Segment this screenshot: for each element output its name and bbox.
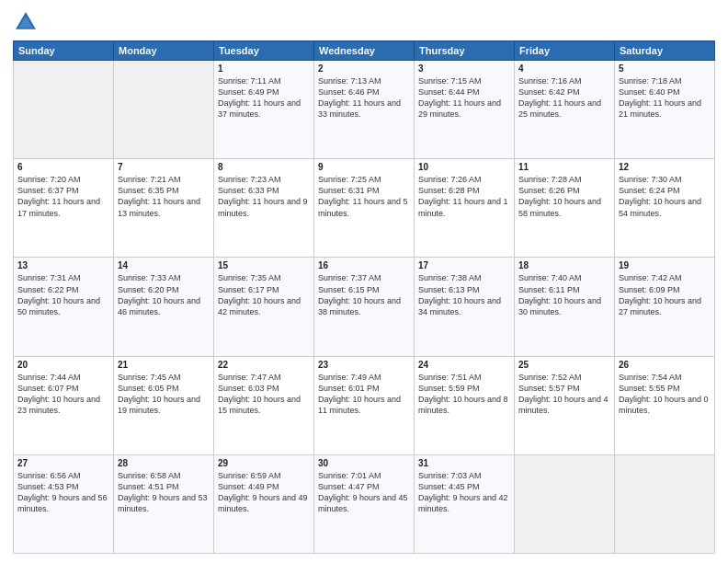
cell-info: Sunrise: 7:28 AM Sunset: 6:26 PM Dayligh… — [518, 174, 610, 219]
calendar-cell: 15Sunrise: 7:35 AM Sunset: 6:17 PM Dayli… — [214, 258, 314, 356]
day-number: 12 — [619, 162, 711, 172]
cell-info: Sunrise: 7:47 AM Sunset: 6:03 PM Dayligh… — [218, 372, 310, 417]
calendar-cell: 19Sunrise: 7:42 AM Sunset: 6:09 PM Dayli… — [615, 258, 715, 356]
cell-info: Sunrise: 7:16 AM Sunset: 6:42 PM Dayligh… — [518, 75, 610, 121]
day-number: 29 — [218, 458, 310, 468]
calendar-cell: 31Sunrise: 7:03 AM Sunset: 4:45 PM Dayli… — [415, 454, 515, 553]
calendar-cell: 16Sunrise: 7:37 AM Sunset: 6:15 PM Dayli… — [314, 258, 415, 356]
cell-info: Sunrise: 7:38 AM Sunset: 6:13 PM Dayligh… — [418, 272, 510, 317]
calendar-cell — [515, 454, 615, 553]
calendar-cell: 6Sunrise: 7:20 AM Sunset: 6:37 PM Daylig… — [14, 159, 114, 258]
cell-info: Sunrise: 7:30 AM Sunset: 6:24 PM Dayligh… — [619, 174, 711, 219]
calendar-cell: 21Sunrise: 7:45 AM Sunset: 6:05 PM Dayli… — [114, 356, 214, 454]
cell-info: Sunrise: 7:54 AM Sunset: 5:55 PM Dayligh… — [619, 372, 711, 417]
calendar-cell: 30Sunrise: 7:01 AM Sunset: 4:47 PM Dayli… — [314, 454, 415, 553]
cell-info: Sunrise: 7:03 AM Sunset: 4:45 PM Dayligh… — [418, 470, 510, 515]
day-number: 30 — [318, 458, 410, 468]
day-number: 16 — [318, 260, 410, 270]
calendar-cell: 26Sunrise: 7:54 AM Sunset: 5:55 PM Dayli… — [615, 356, 715, 454]
calendar-cell: 4Sunrise: 7:16 AM Sunset: 6:42 PM Daylig… — [515, 61, 615, 159]
day-number: 24 — [418, 360, 510, 370]
header — [13, 9, 715, 35]
cell-info: Sunrise: 7:21 AM Sunset: 6:35 PM Dayligh… — [118, 174, 210, 219]
cell-info: Sunrise: 7:37 AM Sunset: 6:15 PM Dayligh… — [318, 272, 410, 317]
cell-info: Sunrise: 7:42 AM Sunset: 6:09 PM Dayligh… — [619, 272, 711, 317]
cell-info: Sunrise: 7:26 AM Sunset: 6:28 PM Dayligh… — [418, 174, 510, 219]
calendar-cell: 27Sunrise: 6:56 AM Sunset: 4:53 PM Dayli… — [14, 454, 114, 553]
day-number: 2 — [318, 63, 410, 74]
day-number: 4 — [518, 63, 610, 74]
day-number: 19 — [619, 260, 711, 270]
cell-info: Sunrise: 7:31 AM Sunset: 6:22 PM Dayligh… — [17, 272, 109, 317]
calendar-cell: 29Sunrise: 6:59 AM Sunset: 4:49 PM Dayli… — [214, 454, 314, 553]
cell-info: Sunrise: 7:20 AM Sunset: 6:37 PM Dayligh… — [17, 174, 109, 219]
day-number: 6 — [17, 162, 109, 172]
day-number: 9 — [318, 162, 410, 172]
weekday-header-tuesday: Tuesday — [214, 41, 314, 61]
calendar-cell — [114, 61, 214, 159]
day-number: 26 — [619, 360, 711, 370]
cell-info: Sunrise: 7:52 AM Sunset: 5:57 PM Dayligh… — [518, 372, 610, 417]
cell-info: Sunrise: 6:58 AM Sunset: 4:51 PM Dayligh… — [118, 470, 210, 515]
cell-info: Sunrise: 7:40 AM Sunset: 6:11 PM Dayligh… — [518, 272, 610, 317]
calendar-cell: 7Sunrise: 7:21 AM Sunset: 6:35 PM Daylig… — [114, 159, 214, 258]
day-number: 18 — [518, 260, 610, 270]
weekday-header-wednesday: Wednesday — [314, 41, 415, 61]
cell-info: Sunrise: 7:51 AM Sunset: 5:59 PM Dayligh… — [418, 372, 510, 417]
calendar-week-row: 27Sunrise: 6:56 AM Sunset: 4:53 PM Dayli… — [14, 454, 715, 553]
calendar-cell: 14Sunrise: 7:33 AM Sunset: 6:20 PM Dayli… — [114, 258, 214, 356]
day-number: 14 — [118, 260, 210, 270]
day-number: 23 — [318, 360, 410, 370]
cell-info: Sunrise: 7:13 AM Sunset: 6:46 PM Dayligh… — [318, 75, 410, 121]
weekday-header-friday: Friday — [515, 41, 615, 61]
calendar-cell: 3Sunrise: 7:15 AM Sunset: 6:44 PM Daylig… — [415, 61, 515, 159]
cell-info: Sunrise: 7:45 AM Sunset: 6:05 PM Dayligh… — [118, 372, 210, 417]
cell-info: Sunrise: 7:25 AM Sunset: 6:31 PM Dayligh… — [318, 174, 410, 219]
day-number: 28 — [118, 458, 210, 468]
calendar-cell: 28Sunrise: 6:58 AM Sunset: 4:51 PM Dayli… — [114, 454, 214, 553]
weekday-header-row: SundayMondayTuesdayWednesdayThursdayFrid… — [14, 41, 715, 61]
calendar-cell: 2Sunrise: 7:13 AM Sunset: 6:46 PM Daylig… — [314, 61, 415, 159]
cell-info: Sunrise: 7:49 AM Sunset: 6:01 PM Dayligh… — [318, 372, 410, 417]
calendar-cell: 25Sunrise: 7:52 AM Sunset: 5:57 PM Dayli… — [515, 356, 615, 454]
calendar-week-row: 6Sunrise: 7:20 AM Sunset: 6:37 PM Daylig… — [14, 159, 715, 258]
day-number: 7 — [118, 162, 210, 172]
day-number: 10 — [418, 162, 510, 172]
calendar-cell: 1Sunrise: 7:11 AM Sunset: 6:49 PM Daylig… — [214, 61, 314, 159]
day-number: 3 — [418, 63, 510, 74]
calendar-cell: 12Sunrise: 7:30 AM Sunset: 6:24 PM Dayli… — [615, 159, 715, 258]
cell-info: Sunrise: 7:01 AM Sunset: 4:47 PM Dayligh… — [318, 470, 410, 515]
day-number: 25 — [518, 360, 610, 370]
cell-info: Sunrise: 6:59 AM Sunset: 4:49 PM Dayligh… — [218, 470, 310, 515]
weekday-header-saturday: Saturday — [615, 41, 715, 61]
calendar-cell: 23Sunrise: 7:49 AM Sunset: 6:01 PM Dayli… — [314, 356, 415, 454]
weekday-header-monday: Monday — [114, 41, 214, 61]
calendar-cell: 17Sunrise: 7:38 AM Sunset: 6:13 PM Dayli… — [415, 258, 515, 356]
day-number: 5 — [619, 63, 711, 74]
day-number: 11 — [518, 162, 610, 172]
day-number: 31 — [418, 458, 510, 468]
calendar-cell: 11Sunrise: 7:28 AM Sunset: 6:26 PM Dayli… — [515, 159, 615, 258]
calendar-cell: 5Sunrise: 7:18 AM Sunset: 6:40 PM Daylig… — [615, 61, 715, 159]
cell-info: Sunrise: 7:18 AM Sunset: 6:40 PM Dayligh… — [619, 75, 711, 121]
calendar-cell — [14, 61, 114, 159]
calendar-week-row: 13Sunrise: 7:31 AM Sunset: 6:22 PM Dayli… — [14, 258, 715, 356]
cell-info: Sunrise: 7:15 AM Sunset: 6:44 PM Dayligh… — [418, 75, 510, 121]
calendar-cell: 18Sunrise: 7:40 AM Sunset: 6:11 PM Dayli… — [515, 258, 615, 356]
cell-info: Sunrise: 7:23 AM Sunset: 6:33 PM Dayligh… — [218, 174, 310, 219]
calendar-cell: 13Sunrise: 7:31 AM Sunset: 6:22 PM Dayli… — [14, 258, 114, 356]
calendar-cell: 9Sunrise: 7:25 AM Sunset: 6:31 PM Daylig… — [314, 159, 415, 258]
logo — [13, 9, 42, 35]
page: SundayMondayTuesdayWednesdayThursdayFrid… — [0, 0, 728, 563]
calendar-week-row: 1Sunrise: 7:11 AM Sunset: 6:49 PM Daylig… — [14, 61, 715, 159]
cell-info: Sunrise: 7:33 AM Sunset: 6:20 PM Dayligh… — [118, 272, 210, 317]
calendar-cell — [615, 454, 715, 553]
calendar-table: SundayMondayTuesdayWednesdayThursdayFrid… — [13, 40, 715, 554]
cell-info: Sunrise: 7:11 AM Sunset: 6:49 PM Dayligh… — [218, 75, 310, 121]
day-number: 15 — [218, 260, 310, 270]
cell-info: Sunrise: 7:44 AM Sunset: 6:07 PM Dayligh… — [17, 372, 109, 417]
calendar-cell: 10Sunrise: 7:26 AM Sunset: 6:28 PM Dayli… — [415, 159, 515, 258]
day-number: 17 — [418, 260, 510, 270]
day-number: 13 — [17, 260, 109, 270]
cell-info: Sunrise: 7:35 AM Sunset: 6:17 PM Dayligh… — [218, 272, 310, 317]
